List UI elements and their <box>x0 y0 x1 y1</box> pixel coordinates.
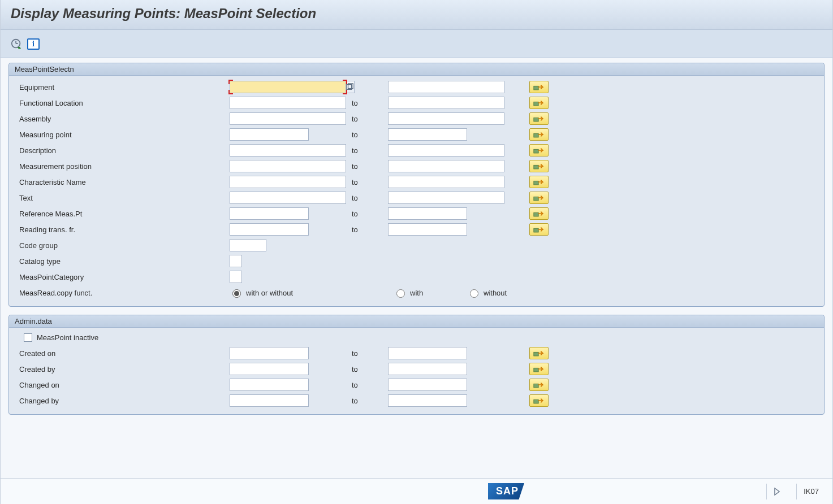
group-meas-point-selection: MeasPointSelectn Equipment <box>8 63 825 307</box>
readtrans-from-input[interactable] <box>230 223 309 236</box>
content-area: MeasPointSelectn Equipment <box>1 58 832 429</box>
label-assembly: Assembly <box>15 115 230 123</box>
measpos-to-input[interactable] <box>388 160 504 172</box>
refmeas-multiple-selection-button[interactable] <box>529 207 549 220</box>
description-multiple-selection-button[interactable] <box>529 144 549 157</box>
label-created-by: Created by <box>15 365 230 373</box>
label-code-group: Code group <box>15 241 230 250</box>
text-multiple-selection-button[interactable] <box>529 192 549 204</box>
to-label-text: to <box>348 194 388 202</box>
measpoint-inactive-checkbox[interactable] <box>24 333 32 342</box>
radio-with-label: with <box>410 289 423 297</box>
svg-rect-7 <box>534 118 538 121</box>
radio-with-or-without-label: with or without <box>246 289 293 297</box>
equipment-search-help-button[interactable] <box>346 81 355 93</box>
createdby-to-input[interactable] <box>388 363 467 375</box>
sap-logo: SAP <box>488 483 524 499</box>
createdon-multiple-selection-button[interactable] <box>529 347 549 359</box>
radio-without-input[interactable] <box>470 289 478 298</box>
changedby-to-input[interactable] <box>388 394 467 407</box>
funcloc-to-input[interactable] <box>388 97 504 109</box>
status-play-icon[interactable] <box>766 484 787 499</box>
row-equipment: Equipment <box>15 79 818 95</box>
charname-from-input[interactable] <box>230 176 346 188</box>
to-label-readtrans: to <box>348 225 388 234</box>
readtrans-to-input[interactable] <box>388 223 467 236</box>
measpos-from-input[interactable] <box>230 160 346 172</box>
svg-rect-12 <box>534 197 538 201</box>
equipment-to-input[interactable] <box>388 81 504 93</box>
row-functional-location: Functional Location to <box>15 95 818 111</box>
svg-rect-14 <box>534 228 538 232</box>
label-description: Description <box>15 146 230 155</box>
radio-with-or-without[interactable]: with or without <box>230 288 394 298</box>
radio-with[interactable]: with <box>394 288 467 298</box>
row-text: Text to <box>15 190 818 206</box>
changedby-multiple-selection-button[interactable] <box>529 394 549 407</box>
description-to-input[interactable] <box>388 144 504 157</box>
catalogtype-input[interactable] <box>230 255 242 267</box>
radio-with-or-without-input[interactable] <box>232 289 241 298</box>
measpoint-to-input[interactable] <box>388 128 467 141</box>
measpoint-multiple-selection-button[interactable] <box>529 128 549 141</box>
to-label-changedon: to <box>348 381 388 389</box>
createdon-from-input[interactable] <box>230 347 309 359</box>
info-icon[interactable]: i <box>27 37 40 51</box>
svg-rect-18 <box>534 399 538 403</box>
createdby-multiple-selection-button[interactable] <box>529 363 549 375</box>
equipment-from-input[interactable] <box>230 81 346 93</box>
measpoint-from-input[interactable] <box>230 128 309 141</box>
label-functional-location: Functional Location <box>15 99 230 107</box>
text-from-input[interactable] <box>230 192 346 204</box>
label-reading-trans: Reading trans. fr. <box>15 225 230 234</box>
funcloc-from-input[interactable] <box>230 97 346 109</box>
to-label-funcloc: to <box>348 99 388 107</box>
page-title: Display Measuring Points: MeasPoint Sele… <box>11 6 822 21</box>
row-meas-point-category: MeasPointCategory <box>15 269 818 285</box>
text-to-input[interactable] <box>388 192 504 204</box>
row-measuring-point: Measuring point to <box>15 127 818 142</box>
row-description: Description to <box>15 142 818 158</box>
svg-rect-6 <box>534 102 538 106</box>
assembly-multiple-selection-button[interactable] <box>529 112 549 125</box>
createdon-to-input[interactable] <box>388 347 467 359</box>
mpcategory-input[interactable] <box>230 271 242 283</box>
label-measurement-position: Measurement position <box>15 162 230 171</box>
assembly-from-input[interactable] <box>230 112 346 125</box>
label-meas-point-category: MeasPointCategory <box>15 273 230 281</box>
equipment-multiple-selection-button[interactable] <box>529 81 549 93</box>
row-copy-func: MeasRead.copy funct. with or without wit… <box>15 285 818 301</box>
label-equipment: Equipment <box>15 83 230 92</box>
label-catalog-type: Catalog type <box>15 257 230 266</box>
row-measurement-position: Measurement position to <box>15 158 818 174</box>
changedby-from-input[interactable] <box>230 394 309 407</box>
label-measuring-point: Measuring point <box>15 131 230 139</box>
charname-to-input[interactable] <box>388 176 504 188</box>
createdby-from-input[interactable] <box>230 363 309 375</box>
changedon-multiple-selection-button[interactable] <box>529 379 549 391</box>
group-header-admin: Admin.data <box>9 315 824 328</box>
refmeas-to-input[interactable] <box>388 207 467 220</box>
radio-with-input[interactable] <box>396 289 405 298</box>
changedon-to-input[interactable] <box>388 379 467 391</box>
refmeas-from-input[interactable] <box>230 207 309 220</box>
changedon-from-input[interactable] <box>230 379 309 391</box>
to-label-changedby: to <box>348 397 388 405</box>
measpos-multiple-selection-button[interactable] <box>529 160 549 172</box>
funcloc-multiple-selection-button[interactable] <box>529 97 549 109</box>
codegroup-input[interactable] <box>230 239 266 251</box>
row-catalog-type: Catalog type <box>15 253 818 269</box>
label-reference-measpt: Reference Meas.Pt <box>15 210 230 218</box>
assembly-to-input[interactable] <box>388 112 504 125</box>
description-from-input[interactable] <box>230 144 346 157</box>
svg-rect-11 <box>534 181 538 185</box>
radio-without[interactable]: without <box>467 288 541 298</box>
execute-icon[interactable] <box>10 37 23 51</box>
row-reading-trans: Reading trans. fr. to <box>15 221 818 237</box>
svg-rect-16 <box>534 368 538 372</box>
readtrans-multiple-selection-button[interactable] <box>529 223 549 236</box>
row-created-by: Created by to <box>15 361 818 377</box>
charname-multiple-selection-button[interactable] <box>529 176 549 188</box>
row-reference-measpt: Reference Meas.Pt to <box>15 206 818 221</box>
svg-rect-5 <box>534 86 538 90</box>
